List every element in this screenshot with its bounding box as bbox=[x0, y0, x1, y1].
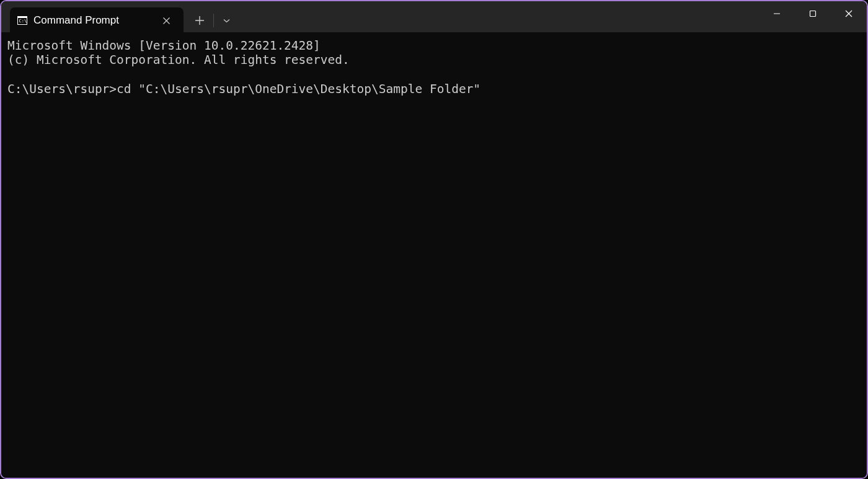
maximize-button[interactable] bbox=[795, 1, 831, 26]
terminal-line-version: Microsoft Windows [Version 10.0.22621.24… bbox=[7, 38, 321, 53]
terminal-line-copyright: (c) Microsoft Corporation. All rights re… bbox=[7, 53, 350, 67]
tab-title: Command Prompt bbox=[33, 14, 153, 27]
terminal-prompt-line: C:\Users\rsupr>cd "C:\Users\rsupr\OneDri… bbox=[7, 82, 480, 96]
tab-command-prompt[interactable]: C:\ Command Prompt bbox=[10, 7, 184, 34]
tab-actions bbox=[184, 7, 236, 34]
svg-rect-8 bbox=[810, 11, 816, 17]
terminal-output[interactable]: Microsoft Windows [Version 10.0.22621.24… bbox=[1, 32, 867, 478]
tab-divider bbox=[213, 14, 214, 27]
terminal-icon: C:\ bbox=[17, 16, 27, 25]
minimize-button[interactable] bbox=[759, 1, 795, 26]
new-tab-button[interactable] bbox=[188, 9, 211, 32]
terminal-prompt: C:\Users\rsupr> bbox=[7, 82, 117, 96]
tab-dropdown-button[interactable] bbox=[216, 9, 236, 32]
window-controls bbox=[759, 1, 867, 26]
titlebar: C:\ Command Prompt bbox=[1, 1, 867, 32]
terminal-command: cd "C:\Users\rsupr\OneDrive\Desktop\Samp… bbox=[117, 82, 480, 96]
svg-text:C:\: C:\ bbox=[19, 19, 27, 24]
close-window-button[interactable] bbox=[831, 1, 867, 26]
tab-close-button[interactable] bbox=[159, 13, 174, 28]
